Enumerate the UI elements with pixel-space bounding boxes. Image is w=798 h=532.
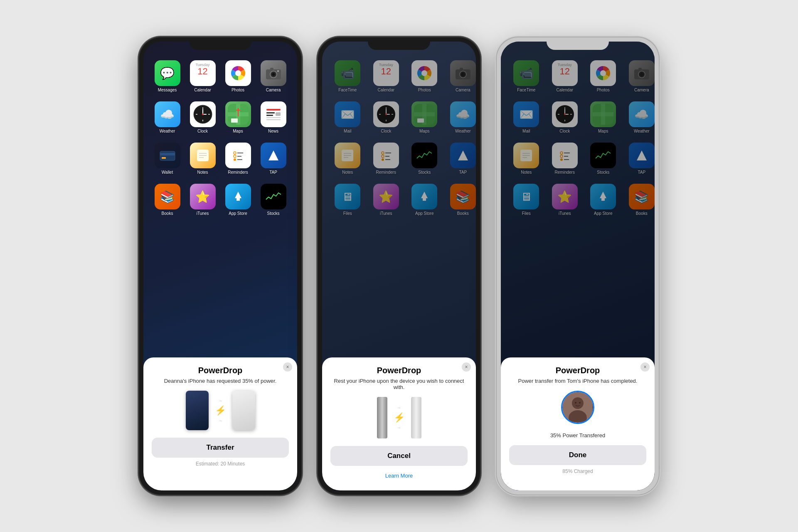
modal-subtitle-3: Power transfer from Tom's iPhone has com…	[509, 378, 646, 384]
powerdrop-modal-2: × PowerDrop Rest your iPhone upon the de…	[322, 357, 476, 490]
powerdrop-modal-3: × PowerDrop Power transfer from Tom's iP…	[501, 357, 655, 490]
power-transferred-text: 35% Power Transfered	[509, 432, 646, 438]
modal-title-2: PowerDrop	[330, 366, 468, 375]
notch-2	[368, 37, 430, 50]
modal-close-1[interactable]: ×	[283, 362, 292, 372]
phone-2: 📹 FaceTime Tuesday 12 Calendar	[318, 37, 480, 495]
modal-title-3: PowerDrop	[509, 366, 646, 375]
cancel-button[interactable]: Cancel	[330, 446, 468, 466]
learn-more-link[interactable]: Learn More	[330, 473, 468, 479]
avatar-image	[562, 392, 593, 423]
phone-3: 📹 FaceTime Tuesday 12 Calendar	[497, 37, 659, 495]
modal-close-3[interactable]: ×	[640, 362, 650, 372]
modal-devices-1: → ⚡ →	[152, 391, 289, 430]
source-phone-sil	[186, 391, 209, 430]
phone-side-2	[411, 397, 421, 438]
homescreen-1: 💬 Messages Tuesday 12 Calendar	[143, 42, 297, 490]
avatar-circle	[561, 391, 594, 424]
modal-footer-1: Estimated: 20 Minutes	[152, 461, 289, 467]
modal-title-1: PowerDrop	[152, 366, 289, 375]
powerdrop-modal-1: × PowerDrop Deanna's iPhone has requeste…	[143, 357, 297, 490]
homescreen-3: 📹 FaceTime Tuesday 12 Calendar	[501, 42, 655, 490]
screen-2: 📹 FaceTime Tuesday 12 Calendar	[322, 42, 476, 490]
homescreen-2: 📹 FaceTime Tuesday 12 Calendar	[322, 42, 476, 490]
svg-point-106	[575, 402, 576, 404]
modal-footer-3: 85% Charged	[509, 468, 646, 474]
screen-1: 💬 Messages Tuesday 12 Calendar	[143, 42, 297, 490]
screen-3: 📹 FaceTime Tuesday 12 Calendar	[501, 42, 655, 490]
svg-point-104	[572, 397, 584, 409]
avatar-section	[509, 391, 646, 427]
svg-point-107	[579, 402, 581, 404]
modal-devices-2: → ⚡ →	[330, 397, 468, 438]
target-phone-sil	[232, 391, 255, 430]
phone-side-1	[377, 397, 387, 438]
done-button[interactable]: Done	[509, 445, 646, 465]
notch-1	[189, 37, 251, 50]
notch-3	[547, 37, 609, 50]
modal-subtitle-1: Deanna's iPhone has requested 35% of pow…	[152, 378, 289, 384]
phone-1: 💬 Messages Tuesday 12 Calendar	[139, 37, 301, 495]
modal-close-2[interactable]: ×	[462, 362, 471, 372]
transfer-button[interactable]: Transfer	[152, 438, 289, 458]
modal-subtitle-2: Rest your iPhone upon the device you wis…	[330, 378, 468, 390]
